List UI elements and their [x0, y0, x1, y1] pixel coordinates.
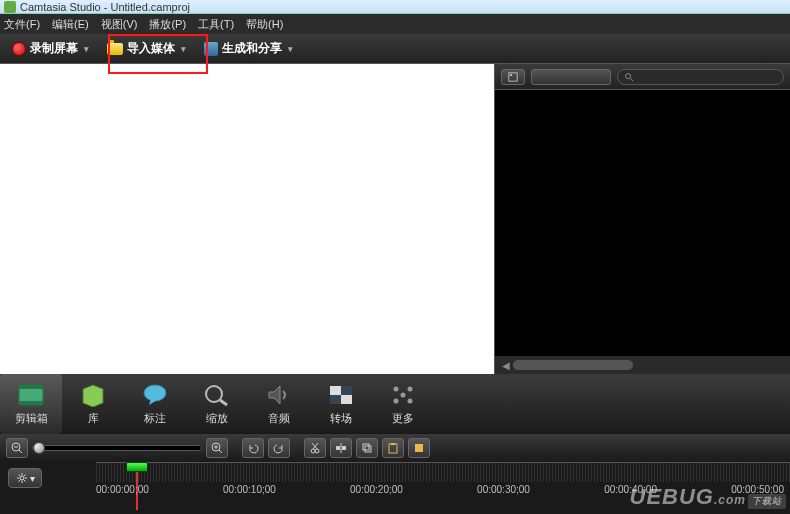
- menu-bar: 文件(F) 编辑(E) 视图(V) 播放(P) 工具(T) 帮助(H): [0, 14, 790, 34]
- svg-point-14: [394, 399, 399, 404]
- scroll-thumb[interactable]: [513, 360, 633, 370]
- shrink-to-fit-button[interactable]: [501, 69, 525, 85]
- svg-line-23: [219, 450, 222, 453]
- transitions-icon: [326, 382, 356, 408]
- app-icon: [4, 1, 16, 13]
- watermark: UEBUG.com下载站: [630, 484, 786, 510]
- svg-rect-34: [391, 443, 395, 445]
- svg-rect-35: [415, 444, 423, 452]
- redo-button[interactable]: [268, 438, 290, 458]
- gear-icon: [16, 472, 28, 484]
- record-screen-button[interactable]: 录制屏幕 ▾: [6, 38, 95, 59]
- svg-line-2: [631, 78, 634, 81]
- loading-arc: [760, 193, 790, 253]
- svg-point-12: [394, 387, 399, 392]
- preview-canvas[interactable]: [495, 90, 790, 356]
- svg-rect-30: [342, 446, 346, 450]
- folder-icon: [107, 43, 123, 55]
- zoom-slider-knob[interactable]: [33, 442, 45, 454]
- svg-point-25: [315, 449, 319, 453]
- svg-rect-4: [19, 385, 43, 389]
- tab-callouts[interactable]: 标注: [124, 374, 186, 434]
- menu-view[interactable]: 视图(V): [101, 17, 138, 32]
- produce-icon: [204, 42, 218, 56]
- menu-file[interactable]: 文件(F): [4, 17, 40, 32]
- window-title: Camtasia Studio - Untitled.camproj: [20, 1, 190, 13]
- time-marker: 00:00:10;00: [223, 484, 276, 495]
- split-button[interactable]: [330, 438, 352, 458]
- audio-icon: [264, 382, 294, 408]
- tab-clipbin[interactable]: 剪辑箱: [0, 374, 62, 434]
- time-marker: 00:00:30;00: [477, 484, 530, 495]
- main-area: ◀: [0, 64, 790, 374]
- more-icon: [388, 382, 418, 408]
- tab-zoom[interactable]: 缩放: [186, 374, 248, 434]
- timeline-settings-button[interactable]: ▾: [8, 468, 42, 488]
- tab-audio[interactable]: 音频: [248, 374, 310, 434]
- svg-point-15: [408, 399, 413, 404]
- svg-point-7: [206, 386, 222, 402]
- import-media-button[interactable]: 导入媒体 ▾: [101, 38, 192, 59]
- library-icon: [78, 382, 108, 408]
- zoom-slider[interactable]: [32, 445, 202, 451]
- chevron-down-icon: ▾: [181, 44, 186, 54]
- clip-bin-panel[interactable]: [0, 64, 495, 374]
- svg-rect-32: [365, 446, 371, 452]
- svg-point-6: [144, 385, 166, 401]
- menu-tools[interactable]: 工具(T): [198, 17, 234, 32]
- marker-button[interactable]: [408, 438, 430, 458]
- svg-rect-10: [330, 386, 341, 395]
- menu-edit[interactable]: 编辑(E): [52, 17, 89, 32]
- menu-play[interactable]: 播放(P): [149, 17, 186, 32]
- chevron-down-icon: ▾: [288, 44, 293, 54]
- preview-panel: ◀: [495, 64, 790, 374]
- title-bar: Camtasia Studio - Untitled.camproj: [0, 0, 790, 14]
- playhead[interactable]: [126, 462, 148, 476]
- svg-point-1: [626, 73, 631, 78]
- chevron-down-icon: ▾: [30, 473, 35, 484]
- svg-rect-33: [389, 444, 397, 453]
- svg-line-19: [19, 450, 22, 453]
- callouts-icon: [140, 382, 170, 408]
- preview-toolbar: [495, 64, 790, 90]
- preview-search[interactable]: [617, 69, 784, 85]
- svg-line-8: [220, 400, 227, 405]
- svg-rect-29: [336, 446, 340, 450]
- svg-point-16: [401, 393, 406, 398]
- tab-more[interactable]: 更多: [372, 374, 434, 434]
- tab-transitions[interactable]: 转场: [310, 374, 372, 434]
- svg-point-36: [20, 476, 24, 480]
- svg-rect-31: [363, 444, 369, 450]
- tab-library[interactable]: 库: [62, 374, 124, 434]
- svg-line-27: [312, 443, 317, 449]
- svg-rect-11: [341, 395, 352, 404]
- cut-button[interactable]: [304, 438, 326, 458]
- search-icon: [624, 72, 634, 82]
- menu-help[interactable]: 帮助(H): [246, 17, 283, 32]
- chevron-down-icon: ▾: [84, 44, 89, 54]
- zoom-out-button[interactable]: [6, 438, 28, 458]
- svg-rect-5: [19, 401, 43, 405]
- zoom-dropdown-button[interactable]: [531, 69, 611, 85]
- copy-button[interactable]: [356, 438, 378, 458]
- svg-point-24: [311, 449, 315, 453]
- record-icon: [12, 42, 26, 56]
- time-marker: 00:00:20;00: [350, 484, 403, 495]
- paste-button[interactable]: [382, 438, 404, 458]
- produce-share-button[interactable]: 生成和分享 ▾: [198, 38, 299, 59]
- scroll-left-icon[interactable]: ◀: [499, 360, 513, 371]
- tool-tabs: 剪辑箱 库 标注 缩放 音频 转场 更多: [0, 374, 790, 434]
- main-toolbar: 录制屏幕 ▾ 导入媒体 ▾ 生成和分享 ▾: [0, 34, 790, 64]
- clipbin-icon: [16, 382, 46, 408]
- preview-scrollbar[interactable]: ◀: [495, 356, 790, 374]
- timeline-toolbar: [0, 434, 790, 462]
- zoom-in-button[interactable]: [206, 438, 228, 458]
- svg-point-13: [408, 387, 413, 392]
- undo-button[interactable]: [242, 438, 264, 458]
- time-marker: 00:00:00;00: [96, 484, 149, 495]
- zoom-icon: [202, 382, 232, 408]
- svg-line-26: [313, 443, 318, 449]
